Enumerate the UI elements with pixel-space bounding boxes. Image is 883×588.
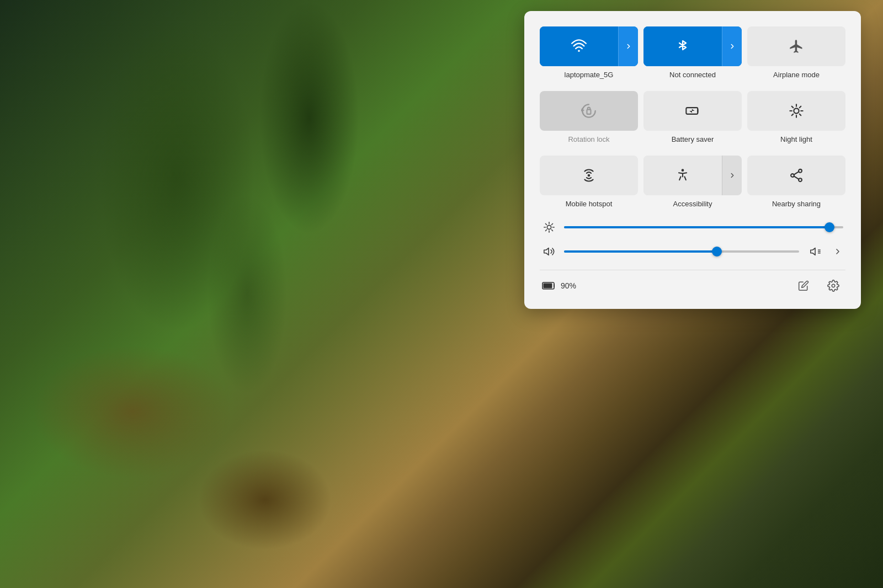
night-light-icon	[789, 103, 804, 119]
nearby-sharing-icon	[789, 168, 804, 183]
volume-slider-row	[542, 245, 843, 258]
volume-icon	[542, 245, 556, 258]
svg-line-10	[792, 114, 794, 116]
bluetooth-toggle[interactable]	[643, 26, 722, 66]
chevron-right-icon	[728, 42, 736, 50]
night-light-label: Night light	[780, 135, 812, 143]
edit-icon	[798, 280, 809, 291]
battery-info: 90%	[542, 281, 576, 290]
nearby-sharing-tile-group: Nearby sharing	[747, 156, 845, 208]
accessibility-icon	[675, 168, 690, 183]
bluetooth-label: Not connected	[669, 71, 716, 79]
svg-point-33	[832, 284, 835, 287]
svg-point-0	[578, 50, 580, 52]
wifi-tile[interactable]	[540, 26, 638, 66]
row-gap-1	[540, 83, 845, 91]
brightness-icon	[542, 221, 556, 233]
volume-output-icon	[807, 245, 825, 258]
svg-line-26	[545, 229, 546, 231]
battery-saver-tile-group: Battery saver	[643, 91, 742, 143]
accessibility-tile[interactable]	[643, 156, 742, 195]
airplane-label: Airplane mode	[773, 71, 820, 79]
wifi-tile-group: laptopmate_5G	[540, 26, 638, 79]
bluetooth-expand[interactable]	[722, 26, 742, 66]
svg-point-13	[682, 169, 684, 172]
brightness-track	[564, 226, 843, 228]
sliders-section	[540, 221, 845, 258]
svg-point-3	[794, 108, 799, 113]
battery-icon	[542, 281, 556, 290]
rotation-tile	[540, 91, 638, 131]
volume-track	[564, 250, 799, 253]
battery-percent: 90%	[561, 281, 576, 290]
bluetooth-tile[interactable]	[643, 26, 742, 66]
accessibility-tile-group: Accessibility	[643, 156, 742, 208]
brightness-thumb[interactable]	[825, 222, 834, 232]
volume-fill	[564, 250, 717, 253]
brightness-fill	[564, 226, 829, 228]
battery-saver-label: Battery saver	[672, 135, 714, 143]
night-light-tile[interactable]	[747, 91, 845, 131]
nearby-sharing-tile[interactable]	[747, 156, 845, 195]
bluetooth-tile-group: Not connected	[643, 26, 742, 79]
svg-rect-32	[544, 284, 552, 288]
volume-slider[interactable]	[564, 246, 799, 257]
row-gap-2	[540, 148, 845, 156]
accessibility-label: Accessibility	[673, 200, 712, 208]
chevron-right-icon	[728, 172, 736, 179]
tiles-row-2: Rotation lock Battery saver	[540, 91, 845, 143]
settings-icon	[827, 280, 839, 292]
wifi-label: laptopmate_5G	[565, 71, 614, 79]
hotspot-label: Mobile hotspot	[566, 200, 613, 208]
night-light-tile-group: Night light	[747, 91, 845, 143]
hotspot-tile[interactable]	[540, 156, 638, 195]
svg-line-17	[794, 172, 799, 175]
svg-point-19	[547, 225, 551, 229]
bluetooth-icon	[676, 39, 689, 54]
rotation-label: Rotation lock	[568, 135, 609, 143]
svg-line-27	[551, 223, 552, 224]
tiles-row-3: Mobile hotspot	[540, 156, 845, 208]
accessibility-toggle[interactable]	[643, 156, 722, 195]
airplane-icon	[789, 39, 804, 54]
wifi-expand[interactable]	[618, 26, 638, 66]
brightness-slider[interactable]	[564, 222, 843, 233]
svg-line-9	[800, 114, 801, 116]
nearby-sharing-label: Nearby sharing	[772, 200, 821, 208]
svg-line-24	[545, 223, 546, 224]
volume-thumb[interactable]	[712, 247, 722, 256]
quick-settings-panel: laptopmate_5G Not connected	[524, 11, 861, 309]
svg-line-8	[792, 106, 794, 108]
settings-button[interactable]	[823, 276, 843, 296]
bottom-icons	[794, 276, 843, 296]
svg-line-11	[800, 106, 801, 108]
airplane-tile-group: Airplane mode	[747, 26, 845, 79]
bottom-bar: 90%	[540, 270, 845, 297]
rotation-lock-icon	[581, 103, 597, 119]
svg-line-25	[551, 229, 552, 231]
battery-saver-tile[interactable]	[643, 91, 742, 131]
brightness-slider-row	[542, 221, 843, 233]
svg-line-18	[794, 176, 799, 179]
volume-expand[interactable]	[832, 247, 843, 256]
svg-point-12	[588, 174, 591, 177]
hotspot-tile-group: Mobile hotspot	[540, 156, 638, 208]
wifi-toggle[interactable]	[540, 26, 618, 66]
battery-saver-icon	[685, 103, 700, 119]
chevron-right-icon	[625, 42, 632, 50]
wifi-icon	[571, 39, 587, 54]
accessibility-expand[interactable]	[722, 156, 742, 195]
edit-button[interactable]	[794, 276, 813, 296]
rotation-tile-group: Rotation lock	[540, 91, 638, 143]
airplane-tile[interactable]	[747, 26, 845, 66]
tiles-row-1: laptopmate_5G Not connected	[540, 26, 845, 79]
hotspot-icon	[581, 168, 597, 183]
svg-rect-1	[587, 110, 591, 114]
